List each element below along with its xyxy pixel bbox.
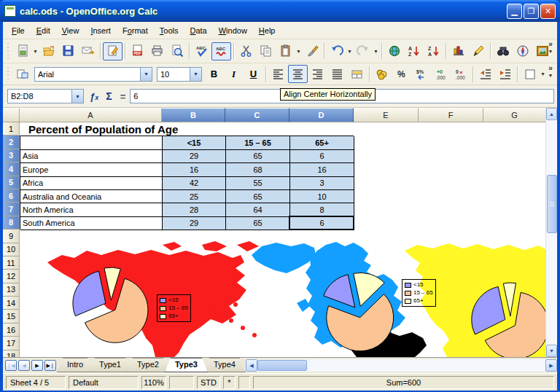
table-cell-4-1[interactable]: 64 (226, 203, 290, 216)
font-name-dropdown-icon[interactable]: ▼ (140, 68, 152, 81)
horizontal-scrollbar[interactable]: ◀ ▶ (246, 359, 557, 372)
new-document-button[interactable] (12, 42, 32, 60)
sheet-tab-type4[interactable]: Type4 (203, 358, 246, 372)
delete-decimal-button[interactable]: 0×.000 (451, 65, 470, 83)
close-button[interactable]: ✕ (540, 4, 556, 19)
column-header-e[interactable]: E (354, 108, 419, 122)
status-zoom[interactable]: 110% (141, 376, 166, 389)
sheet-tab-intro[interactable]: Intro (57, 358, 93, 372)
table-cell-5-1[interactable]: 65 (226, 217, 290, 230)
status-sheet-number[interactable]: Sheet 4 / 5 (6, 376, 66, 389)
cut-button[interactable] (236, 42, 256, 60)
table-cell-5-0[interactable]: 29 (163, 217, 226, 230)
sheet-tab-type2[interactable]: Type2 (127, 358, 169, 372)
row-header-9[interactable]: 9 (3, 230, 20, 243)
map-greenland[interactable] (252, 243, 316, 273)
insert-chart-button[interactable] (448, 42, 468, 60)
grid-canvas[interactable]: Percent of Population of Age <1515 – 656… (20, 122, 545, 357)
row-header-4[interactable]: 4 (3, 162, 20, 176)
scroll-right-icon[interactable]: ▶ (545, 359, 557, 372)
status-signature[interactable] (238, 376, 250, 389)
decrease-indent-button[interactable] (475, 65, 495, 83)
draw-functions-button[interactable] (468, 42, 488, 60)
table-cell-3-1[interactable]: 65 (226, 190, 290, 203)
table-header-0[interactable]: <15 (163, 136, 226, 149)
column-header-g[interactable]: G (483, 108, 546, 122)
auto-spellcheck-button[interactable]: ABC (211, 42, 231, 60)
scroll-left-icon[interactable]: ◀ (246, 359, 257, 372)
undo-button[interactable] (327, 42, 346, 60)
previous-sheet-button[interactable]: ◀ (18, 360, 30, 371)
cell-reference-input[interactable] (8, 91, 71, 101)
table-cell-0-1[interactable]: 65 (226, 150, 290, 163)
font-name-input[interactable] (35, 69, 140, 79)
row-header-12[interactable]: 12 (3, 270, 20, 283)
find-replace-button[interactable] (493, 42, 513, 60)
table-cell-1-2[interactable]: 16 (290, 163, 354, 176)
table-cell-1-1[interactable]: 68 (226, 163, 290, 176)
table-row-name-1[interactable]: Europe (20, 163, 163, 176)
sum-icon[interactable]: Σ (106, 90, 112, 102)
styles-button[interactable] (12, 65, 32, 83)
table-row-name-4[interactable]: North America (20, 203, 163, 216)
map-british-isles[interactable] (297, 299, 310, 312)
menu-item-help[interactable]: Help (253, 24, 281, 37)
map-arctic-island[interactable] (163, 242, 182, 251)
column-header-a[interactable]: A (20, 108, 162, 122)
minimize-button[interactable]: ▁ (507, 4, 522, 19)
toolbar-grip[interactable] (6, 66, 11, 82)
vertical-scroll-track[interactable] (546, 120, 557, 345)
status-modified-flag[interactable]: * (223, 376, 236, 389)
last-sheet-button[interactable]: ▶❘ (44, 360, 56, 371)
print-button[interactable] (147, 42, 167, 60)
table-cell-3-2[interactable]: 10 (290, 190, 354, 203)
first-sheet-button[interactable]: ❘◀ (5, 360, 17, 371)
edit-file-button[interactable] (103, 42, 122, 60)
row-header-7[interactable]: 7 (3, 203, 20, 216)
spellcheck-button[interactable]: ABC (192, 42, 211, 60)
export-pdf-button[interactable]: PDF (128, 42, 147, 60)
table-header-2[interactable]: 65+ (290, 136, 354, 149)
row-header-11[interactable]: 11 (3, 256, 20, 270)
table-row-name-2[interactable]: Africa (20, 177, 163, 190)
function-icon[interactable]: = (120, 91, 126, 102)
open-button[interactable] (39, 42, 58, 60)
column-header-b[interactable]: B (162, 108, 225, 122)
select-all-corner[interactable] (3, 108, 20, 122)
row-header-14[interactable]: 14 (3, 297, 20, 310)
row-header-16[interactable]: 16 (3, 324, 20, 337)
column-header-d[interactable]: D (289, 108, 354, 122)
next-sheet-button[interactable]: ▶ (31, 360, 43, 371)
table-cell-3-0[interactable]: 25 (163, 190, 226, 203)
copy-button[interactable] (256, 42, 276, 60)
table-cell-1-0[interactable]: 16 (163, 163, 226, 176)
menu-item-data[interactable]: Data (184, 24, 212, 37)
bold-button[interactable]: B (204, 65, 224, 83)
sort-ascending-button[interactable]: AZ (404, 42, 424, 60)
increase-indent-button[interactable] (495, 65, 515, 83)
standard-format-button[interactable]: $% (411, 65, 431, 83)
menu-item-window[interactable]: Window (213, 24, 253, 37)
menu-item-file[interactable]: File (6, 24, 31, 37)
navigator-button[interactable] (513, 42, 532, 60)
percent-format-button[interactable]: % (392, 65, 411, 83)
table-cell-2-1[interactable]: 55 (226, 177, 290, 190)
scroll-down-icon[interactable]: ▼ (546, 345, 557, 357)
sort-descending-button[interactable]: ZA (424, 42, 443, 60)
chart-legend[interactable]: <1515 – 6565+ (157, 294, 191, 322)
row-header-8[interactable]: 8 (3, 216, 20, 230)
row-header-3[interactable]: 3 (3, 149, 20, 162)
row-header-5[interactable]: 5 (3, 176, 20, 189)
save-button[interactable] (58, 42, 78, 60)
merge-cells-button[interactable] (347, 65, 367, 83)
table-header-1[interactable]: 15 – 65 (226, 136, 290, 149)
hyperlink-button[interactable] (384, 42, 404, 60)
page-preview-button[interactable] (167, 42, 187, 60)
status-selection-mode[interactable]: STD (197, 376, 220, 389)
vertical-scroll-thumb[interactable] (547, 175, 557, 233)
map-arctic-island[interactable] (202, 241, 227, 251)
table-cell-0-2[interactable]: 6 (290, 150, 354, 163)
paste-dropdown-arrow[interactable]: ▼ (295, 42, 302, 60)
row-header-15[interactable]: 15 (3, 310, 20, 323)
table-row-name-5[interactable]: South America (20, 217, 163, 230)
